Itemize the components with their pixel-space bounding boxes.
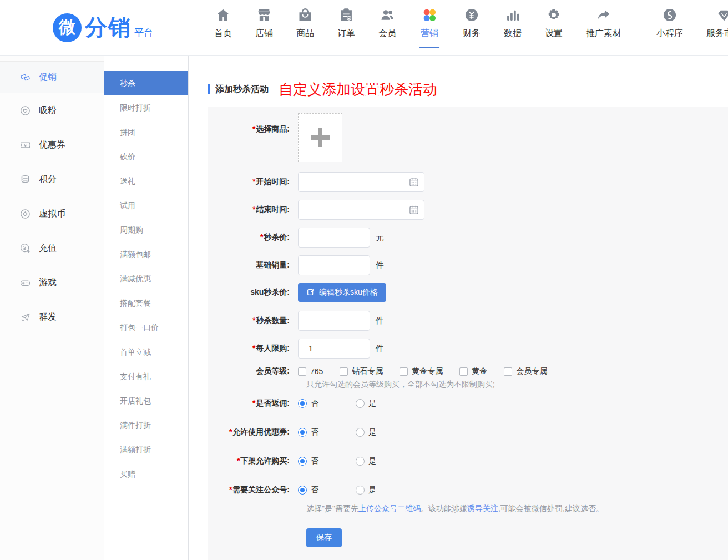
- end-time-input[interactable]: [298, 200, 424, 220]
- nav-item-service-market[interactable]: 服务市场: [695, 7, 728, 39]
- level-option-diamond[interactable]: 钻石专属: [340, 366, 383, 376]
- form-row-select-product: *选择商品:: [208, 113, 728, 162]
- submenu-item-free-shipping[interactable]: 满额包邮: [104, 242, 188, 266]
- nav-item-orders[interactable]: 订单: [326, 7, 367, 39]
- submenu-item-combo-package[interactable]: 搭配套餐: [104, 291, 188, 315]
- yen-circle-icon: [464, 7, 479, 23]
- submenu-item-bargain[interactable]: 砍价: [104, 144, 188, 169]
- sidebar-item-games[interactable]: 游戏: [0, 265, 104, 300]
- radio-selected[interactable]: [298, 486, 307, 495]
- offshelf-option-no[interactable]: 否: [298, 456, 318, 466]
- base-sales-input[interactable]: [298, 255, 370, 275]
- radio[interactable]: [356, 399, 365, 408]
- edit-sku-price-button[interactable]: 编辑秒杀sku价格: [298, 283, 386, 302]
- checkbox[interactable]: [459, 367, 468, 376]
- checkbox[interactable]: [298, 367, 306, 376]
- nav-item-miniprogram[interactable]: 小程序: [645, 7, 695, 39]
- follow-option-yes[interactable]: 是: [356, 485, 376, 495]
- share-arrow-icon: [596, 7, 611, 23]
- nav-item-data[interactable]: 数据: [492, 7, 533, 39]
- gear-icon: [546, 7, 562, 23]
- radio[interactable]: [356, 486, 365, 495]
- shopping-bag-icon: [297, 7, 313, 23]
- coupon-option-no[interactable]: 否: [298, 427, 318, 437]
- rebate-option-yes[interactable]: 是: [356, 398, 376, 408]
- checkbox[interactable]: [340, 367, 348, 376]
- offshelf-buy-label: 下架允许购买:: [240, 456, 290, 465]
- submenu-item-shop-open-gift[interactable]: 开店礼包: [104, 389, 188, 413]
- seckill-price-input[interactable]: [298, 228, 370, 248]
- submenu-item-package-fixed-price[interactable]: 打包一口价: [104, 315, 188, 340]
- submenu-item-trial[interactable]: 试用: [104, 193, 188, 218]
- checkbox[interactable]: [504, 367, 512, 376]
- level-option-member-exclusive[interactable]: 会员专属: [504, 366, 547, 376]
- radio-selected[interactable]: [298, 399, 307, 408]
- brand-suffix: 平台: [134, 26, 153, 39]
- sidebar-item-recharge[interactable]: 充值: [0, 231, 104, 265]
- radio[interactable]: [356, 457, 365, 466]
- submenu-item-flash-sale[interactable]: 秒杀: [104, 71, 188, 95]
- form-row-need-follow: *需要关注公众号: 否 是: [208, 485, 728, 495]
- nav-item-marketing[interactable]: 营销: [408, 7, 451, 48]
- submenu-item-amount-discount[interactable]: 满额打折: [104, 437, 188, 462]
- calendar-icon[interactable]: [408, 176, 419, 188]
- save-button[interactable]: 保存: [306, 528, 342, 547]
- nav-item-settings[interactable]: 设置: [533, 7, 574, 39]
- add-product-button[interactable]: [298, 113, 342, 162]
- nav-item-shop[interactable]: 店铺: [244, 7, 285, 39]
- submenu-item-buy-give[interactable]: 买赠: [104, 462, 188, 486]
- nav-item-home[interactable]: 首页: [203, 7, 244, 39]
- unit-piece: 件: [376, 260, 384, 271]
- nav-item-goods[interactable]: 商品: [285, 7, 326, 39]
- submenu-item-time-discount[interactable]: 限时打折: [104, 95, 188, 120]
- primary-sidebar: 促销 吸粉 优惠券 积分 虚拟币 充值: [0, 56, 104, 560]
- coins-stack-icon: [19, 173, 32, 185]
- coupon-ticket-icon: [19, 139, 32, 151]
- diamond-coin-icon: [19, 208, 32, 220]
- checkbox[interactable]: [400, 367, 408, 376]
- level-option-gold[interactable]: 黄金: [459, 366, 487, 376]
- recharge-icon: [19, 242, 32, 254]
- seckill-qty-input[interactable]: [298, 311, 370, 331]
- level-option-765[interactable]: 765: [298, 367, 323, 376]
- sidebar-item-coupons[interactable]: 优惠券: [0, 128, 104, 162]
- purchase-limit-label: 每人限购:: [256, 344, 290, 352]
- radio-selected[interactable]: [298, 457, 307, 466]
- submenu-item-first-order-discount[interactable]: 首单立减: [104, 340, 188, 364]
- submenu-item-quantity-discount[interactable]: 满件打折: [104, 413, 188, 437]
- brand-name: 分销: [85, 12, 132, 43]
- level-option-gold-exclusive[interactable]: 黄金专属: [400, 366, 443, 376]
- induce-follow-link[interactable]: 诱导关注: [467, 504, 498, 513]
- form-row-allow-coupon: *允许使用优惠券: 否 是: [208, 427, 728, 437]
- start-time-input[interactable]: [298, 172, 424, 192]
- upload-qrcode-link[interactable]: 上传公众号二维码: [358, 504, 421, 513]
- sidebar-item-points[interactable]: 积分: [0, 162, 104, 196]
- purchase-limit-input[interactable]: [298, 339, 370, 359]
- offshelf-option-yes[interactable]: 是: [356, 456, 376, 466]
- nav-item-promo-materials[interactable]: 推广素材: [574, 7, 633, 39]
- calendar-icon[interactable]: [408, 204, 419, 215]
- submenu-item-full-reduction[interactable]: 满减优惠: [104, 266, 188, 291]
- coupon-option-yes[interactable]: 是: [356, 427, 376, 437]
- nav-item-members[interactable]: 会员: [367, 7, 408, 39]
- submenu-item-cycle-buy[interactable]: 周期购: [104, 218, 188, 242]
- submenu-item-pay-gift[interactable]: 支付有礼: [104, 364, 188, 389]
- rebate-option-no[interactable]: 否: [298, 398, 318, 408]
- sidebar-item-mass-send[interactable]: 群发: [0, 300, 104, 334]
- radio[interactable]: [356, 428, 365, 437]
- form-row-purchase-limit: *每人限购: 件: [208, 339, 728, 359]
- follow-option-no[interactable]: 否: [298, 485, 318, 495]
- promotion-icon: [19, 71, 32, 83]
- unit-piece: 件: [376, 316, 384, 326]
- sidebar-item-attract-fans[interactable]: 吸粉: [0, 93, 104, 128]
- base-sales-label: 基础销量:: [256, 260, 290, 269]
- sidebar-item-promotion[interactable]: 促销: [0, 61, 104, 93]
- submenu-item-gift[interactable]: 送礼: [104, 169, 188, 193]
- radio-selected[interactable]: [298, 428, 307, 437]
- form-row-offshelf-buy: *下架允许购买: 否 是: [208, 456, 728, 466]
- submenu-item-group-buy[interactable]: 拼团: [104, 120, 188, 144]
- marketing-clover-icon: [422, 7, 437, 23]
- nav-item-finance[interactable]: 财务: [451, 7, 492, 39]
- sidebar-item-virtual-coin[interactable]: 虚拟币: [0, 196, 104, 231]
- shop-icon: [256, 7, 272, 23]
